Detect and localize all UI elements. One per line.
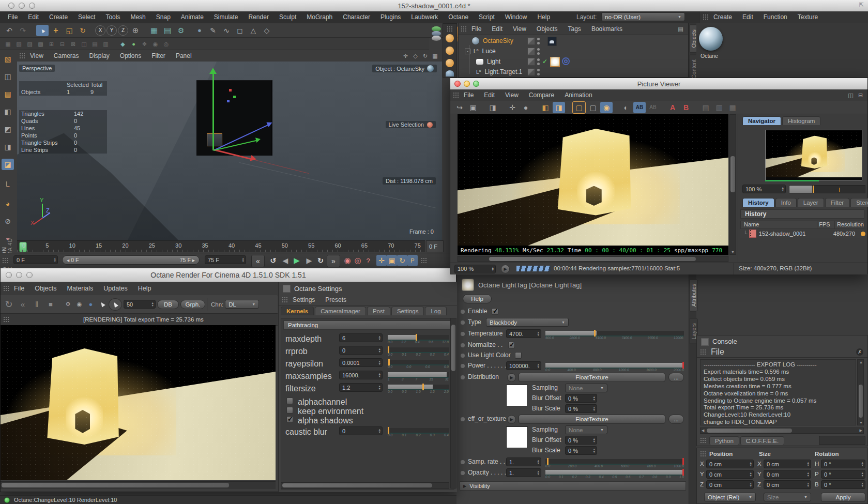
layer-color-dot[interactable]	[446, 47, 454, 55]
channel-b-icon[interactable]: B	[680, 102, 692, 113]
pathtracing-section[interactable]: Pathtracing	[283, 320, 451, 330]
drag-grip-icon[interactable]	[19, 53, 25, 59]
octane-menu-item[interactable]: Objects	[30, 284, 61, 293]
layer-color-dot[interactable]	[446, 34, 454, 42]
viewport-menu-item[interactable]: Panel	[171, 51, 196, 60]
maxsamples-slider[interactable]: 1371531	[388, 372, 449, 378]
filtersize-slider[interactable]: 0.00.51.01.52.0	[388, 385, 449, 390]
key-rotation-icon[interactable]: ↻	[397, 255, 407, 266]
settings-tab[interactable]: Kernels	[281, 307, 314, 315]
opacity-slider[interactable]: 0.00.10.20.30.40.50.60.70.80.91.0	[545, 470, 684, 476]
panel-menu-icon[interactable]: ▤	[676, 24, 686, 34]
content-browser-icon[interactable]	[431, 24, 443, 44]
layer-color-dot[interactable]	[446, 59, 454, 67]
octane-menu-item[interactable]: Materials	[63, 284, 98, 293]
lock-resolution-icon[interactable]: ◉	[74, 300, 84, 309]
om-menu-item[interactable]: Objects	[532, 24, 562, 34]
settings-hscrollbar[interactable]	[281, 482, 449, 489]
visibility-section[interactable]: ▶ Visibility	[460, 481, 686, 491]
temperature-slider[interactable]: 500.02800.05100.07400.09700.012000.	[545, 331, 684, 337]
layout-select[interactable]: no-OR (User)	[601, 12, 685, 21]
keep-environment-checkbox[interactable]	[286, 407, 293, 414]
target-tag-icon[interactable]	[562, 57, 570, 65]
pv-vscrollbar[interactable]: ▼	[729, 114, 736, 255]
distribution-texture-button[interactable]: FloatTexture	[519, 373, 665, 382]
apply-button[interactable]: Apply	[821, 493, 865, 502]
drag-grip-icon[interactable]	[700, 437, 706, 444]
render-dot-toggle[interactable]	[537, 38, 540, 40]
tab-attributes[interactable]: Attributes	[690, 279, 698, 311]
expand-icon[interactable]: ⇱	[859, 2, 864, 8]
viewport-menu-item[interactable]: Options	[115, 51, 146, 60]
pv-hscrollbar[interactable]	[458, 256, 728, 262]
om-menu-item[interactable]: View	[508, 24, 531, 34]
sampling-select[interactable]: None	[565, 425, 607, 434]
distribution-browse-button[interactable]: ...	[668, 373, 684, 382]
tab-coffee[interactable]: C.O.F.F.E.E.	[740, 436, 784, 445]
render-view-icon[interactable]	[148, 25, 160, 36]
script-input[interactable]	[819, 436, 865, 445]
camera-label[interactable]: Perspective	[19, 65, 55, 72]
pen-tool-icon[interactable]	[207, 25, 219, 36]
pv-zoom-input[interactable]: 100 %	[742, 185, 786, 193]
maxsamples-input[interactable]: 16000.	[339, 371, 383, 379]
om-menu-item[interactable]: Tags	[564, 24, 586, 34]
pv-zoom-slider[interactable]	[789, 185, 865, 193]
editor-visibility-toggle[interactable]	[527, 68, 535, 76]
texture-mode-icon[interactable]: ▤	[2, 88, 14, 100]
sky-tag-icon[interactable]	[547, 37, 557, 46]
grid-h-icon[interactable]: ◫	[79, 39, 89, 49]
record-key-icon[interactable]: ◉	[342, 255, 353, 266]
stop-render-icon[interactable]: ■	[44, 299, 57, 310]
pv-info-tab[interactable]: Layer	[798, 198, 824, 207]
pick-focus-icon[interactable]	[97, 300, 107, 309]
rrprob-slider[interactable]: 0.00.10.20.30.4	[388, 347, 449, 353]
pv-menu-item[interactable]: Animation	[560, 90, 597, 100]
drag-grip-icon[interactable]	[3, 316, 9, 323]
menubar-item[interactable]: Select	[73, 12, 100, 22]
pv-info-tab[interactable]: Stereo	[850, 198, 868, 207]
save-image-icon[interactable]: ▣	[467, 102, 479, 113]
blur-offset-input[interactable]: 0 %	[565, 394, 597, 403]
om-row-light[interactable]: Light ✓	[459, 56, 688, 67]
expand-arrow-icon[interactable]: ▶	[507, 415, 516, 424]
settings-menu-item[interactable]: Presets	[321, 295, 351, 304]
zoom-view-icon[interactable]: ◇	[410, 51, 420, 60]
param-dot-icon[interactable]	[461, 320, 465, 325]
temperature-input[interactable]: 4700.	[506, 329, 541, 338]
material-thumbnail[interactable]	[699, 27, 723, 51]
sphere-tool-icon[interactable]	[193, 25, 206, 36]
histogram-icon[interactable]: ▥	[713, 102, 725, 113]
channel-select[interactable]: DL	[225, 300, 259, 309]
pv-info-tab[interactable]: History	[742, 198, 774, 207]
axis-z-toggle[interactable]: Z	[118, 25, 128, 36]
polygons-mode-icon[interactable]: ◪	[2, 159, 14, 170]
blur-scale-input[interactable]: 0 %	[565, 404, 597, 413]
console-log[interactable]: -------------------------- EXPORT LOG --…	[700, 359, 856, 425]
ab-compare-icon[interactable]: ◐	[620, 102, 632, 113]
param-dot-icon[interactable]	[461, 375, 465, 379]
redo-icon[interactable]	[17, 25, 29, 36]
pv-nav-tab[interactable]: Navigator	[742, 116, 781, 125]
size-z-input[interactable]: 0 cm	[764, 480, 811, 489]
drag-grip-icon[interactable]	[447, 26, 453, 32]
timeline-frame-box[interactable]: 0 F	[426, 240, 444, 252]
render-dot-toggle[interactable]	[537, 42, 540, 44]
scroll-down-icon[interactable]: ▼	[731, 250, 735, 254]
rot-p-input[interactable]: 0 °	[821, 470, 865, 479]
type-select[interactable]: Blackbody	[486, 318, 569, 327]
material-name[interactable]: Octane	[701, 53, 718, 59]
menubar-item[interactable]: Window	[500, 12, 532, 22]
render-dot-toggle[interactable]	[537, 69, 540, 71]
pv-menu-item[interactable]: Edit	[479, 90, 499, 100]
lighttag-texture-icon[interactable]	[550, 57, 560, 67]
undo-icon[interactable]	[3, 25, 16, 36]
scroll-up-icon[interactable]: ▲	[859, 360, 863, 364]
eff-texture-button[interactable]: FloatTexture	[519, 415, 665, 424]
rotate-tool-icon[interactable]	[77, 25, 89, 36]
pv-info-tab[interactable]: Info	[775, 198, 797, 207]
current-frame-input[interactable]: 0 F	[13, 255, 58, 264]
samp-rate-input[interactable]: 1.	[506, 457, 541, 466]
render-dot-toggle[interactable]	[537, 52, 540, 55]
editor-visibility-toggle[interactable]	[527, 37, 535, 45]
